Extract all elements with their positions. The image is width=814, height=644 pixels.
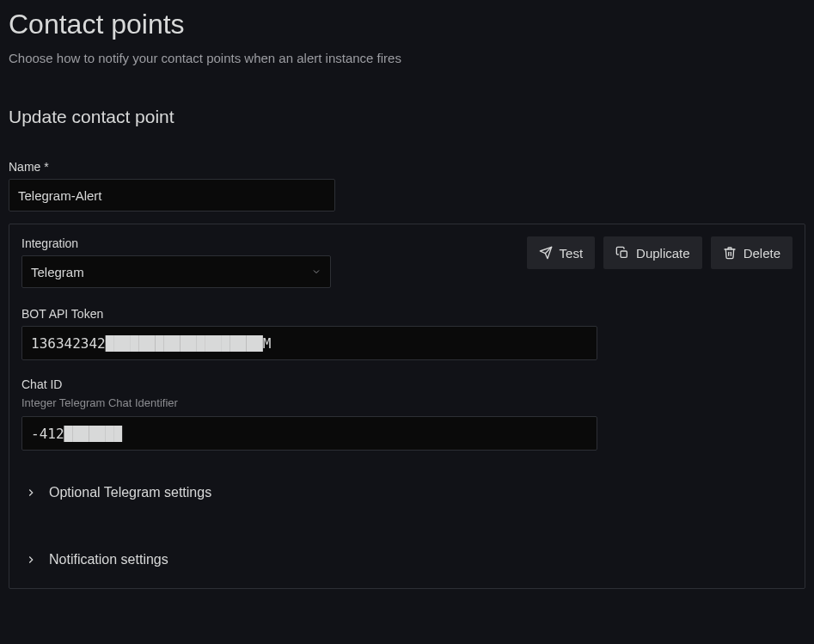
- bot-token-input[interactable]: [21, 326, 597, 360]
- duplicate-button[interactable]: Duplicate: [603, 236, 702, 269]
- panel-header: Integration Telegram Test: [21, 236, 793, 288]
- chevron-right-icon: [25, 554, 37, 566]
- integration-selected-value: Telegram: [31, 265, 84, 279]
- copy-icon: [615, 246, 629, 260]
- optional-settings-label: Optional Telegram settings: [49, 485, 211, 500]
- optional-telegram-settings-expander[interactable]: Optional Telegram settings: [21, 468, 793, 509]
- duplicate-button-label: Duplicate: [636, 246, 690, 261]
- chat-id-help: Integer Telegram Chat Identifier: [21, 396, 793, 409]
- delete-button-label: Delete: [744, 246, 780, 261]
- trash-icon: [723, 246, 737, 260]
- integration-select[interactable]: Telegram: [21, 255, 331, 288]
- panel-actions: Test Duplicate Delete: [341, 236, 793, 269]
- integration-panel: Integration Telegram Test: [9, 224, 805, 589]
- send-icon: [539, 246, 553, 260]
- svg-rect-2: [621, 251, 627, 257]
- name-label: Name *: [9, 160, 805, 174]
- test-button-label: Test: [560, 246, 584, 261]
- delete-button[interactable]: Delete: [711, 236, 793, 269]
- chat-id-label: Chat ID: [21, 377, 793, 391]
- name-input[interactable]: [9, 179, 335, 212]
- page-subtitle: Choose how to notify your contact points…: [9, 51, 805, 65]
- chat-id-input[interactable]: [21, 416, 597, 451]
- chevron-right-icon: [25, 487, 37, 499]
- bot-token-label: BOT API Token: [21, 307, 793, 321]
- page-title: Contact points: [9, 9, 805, 40]
- notification-settings-expander[interactable]: Notification settings: [21, 535, 793, 576]
- bot-token-group: BOT API Token: [21, 307, 793, 360]
- notification-settings-label: Notification settings: [49, 552, 168, 567]
- section-title: Update contact point: [9, 107, 805, 127]
- chevron-down-icon: [311, 267, 321, 277]
- integration-label: Integration: [21, 236, 331, 250]
- chat-id-group: Chat ID Integer Telegram Chat Identifier: [21, 377, 793, 451]
- test-button[interactable]: Test: [527, 236, 596, 269]
- integration-field-group: Integration Telegram: [21, 236, 331, 288]
- name-field-group: Name *: [9, 160, 805, 212]
